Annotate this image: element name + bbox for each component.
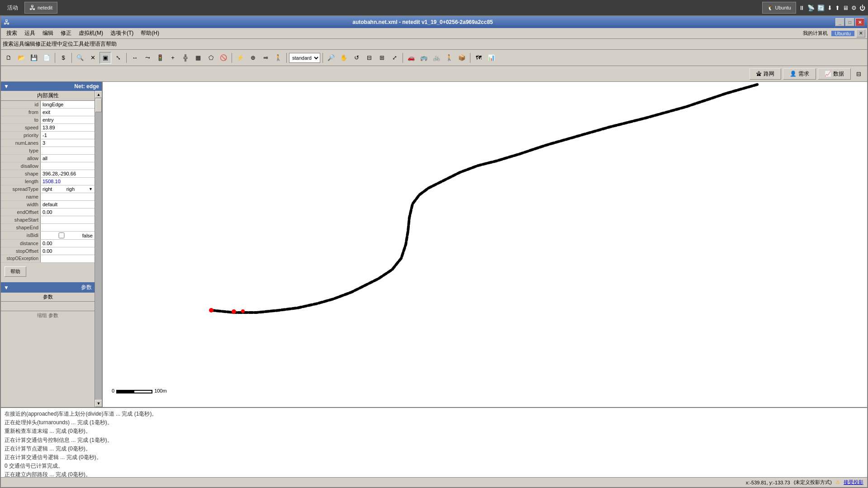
attr-value-isbidi[interactable]: false xyxy=(41,232,95,239)
inspect-button[interactable]: 🔍 xyxy=(74,52,86,64)
new-button[interactable]: 🗋 xyxy=(3,52,14,64)
attr-value-type[interactable] xyxy=(41,147,95,154)
move-button[interactable]: ⤡ xyxy=(112,52,124,64)
car-button[interactable]: 🚗 xyxy=(405,52,417,64)
menu-help[interactable]: 帮助(H) xyxy=(137,28,163,38)
prohibition-button[interactable]: 🚫 xyxy=(218,52,229,64)
attr-input-from[interactable] xyxy=(43,109,93,115)
attr-input-shapestart[interactable] xyxy=(43,217,93,223)
scroll-track[interactable] xyxy=(95,98,102,400)
walk-button[interactable]: 🚶 xyxy=(272,52,284,64)
attr-input-stopexception[interactable] xyxy=(43,256,93,261)
tray-icon-5[interactable]: ⬆ xyxy=(835,5,840,11)
tray-icon-7[interactable]: ⚙ xyxy=(851,5,857,11)
close-button[interactable]: ✕ xyxy=(855,18,864,26)
dollar-button[interactable]: $ xyxy=(57,52,69,64)
help-button[interactable]: 帮助 xyxy=(5,266,26,277)
attr-input-distance[interactable] xyxy=(43,241,93,246)
projection-status[interactable]: 接受投影 xyxy=(844,479,863,486)
attr-value-shapestart[interactable] xyxy=(41,216,95,223)
data-mode-button[interactable]: 📈 数据 xyxy=(818,68,851,80)
shrink-params-button[interactable]: 缩组 参数 xyxy=(1,311,95,320)
road-mode-button[interactable]: 🛣 路网 xyxy=(749,68,781,80)
save-as-button[interactable]: 📄 xyxy=(41,52,52,64)
delete-button[interactable]: ✕ xyxy=(87,52,99,64)
bus-button[interactable]: 🚌 xyxy=(418,52,430,64)
container-button[interactable]: 📦 xyxy=(456,52,468,64)
tray-icon-6[interactable]: 🖥 xyxy=(843,5,849,11)
maximize-button[interactable]: □ xyxy=(845,18,854,26)
menu-fix[interactable]: 修正 xyxy=(35,40,46,48)
attr-value-from[interactable] xyxy=(41,109,95,116)
menu-vm[interactable]: 虚拟机(M) xyxy=(75,28,107,38)
menu-locate[interactable]: 定位 xyxy=(62,40,73,48)
bike-button[interactable]: 🚲 xyxy=(431,52,442,64)
edge-button[interactable]: ↔ xyxy=(129,52,141,64)
demand-mode-button[interactable]: 👤 需求 xyxy=(783,68,816,80)
fit-button[interactable]: ⤢ xyxy=(389,52,400,64)
activities-button[interactable]: 活动 xyxy=(3,3,23,13)
ped-button[interactable]: 🚶 xyxy=(443,52,455,64)
attr-input-endoffset[interactable] xyxy=(43,209,93,215)
attr-input-stopoffset[interactable] xyxy=(43,248,93,254)
attr-input-to[interactable] xyxy=(43,117,93,123)
attr-input-speed[interactable] xyxy=(43,125,93,130)
ubuntu-task[interactable]: 🐧 Ubuntu xyxy=(762,2,796,14)
attr-input-priority[interactable] xyxy=(43,133,93,138)
attr-value-spreadtype[interactable]: right right center roadCenter ▼ xyxy=(41,185,95,193)
attr-value-disallow[interactable] xyxy=(41,162,95,170)
mode-selector[interactable]: standard xyxy=(289,53,320,63)
attr-value-id[interactable] xyxy=(41,101,95,108)
pan-button[interactable]: ✋ xyxy=(338,52,350,64)
isbidi-checkbox[interactable] xyxy=(43,232,81,238)
zoom-out-button[interactable]: ⊟ xyxy=(363,52,375,64)
taz-button[interactable]: ▦ xyxy=(192,52,204,64)
shape-button[interactable]: ⬠ xyxy=(205,52,217,64)
traffic-button[interactable]: 📊 xyxy=(485,52,497,64)
attr-value-length[interactable] xyxy=(41,178,95,185)
grid-button[interactable]: ⊞ xyxy=(376,52,388,64)
my-computer[interactable]: 我的计算机 xyxy=(799,30,831,37)
lane-button[interactable]: ⥤ xyxy=(260,52,271,64)
panel-collapse-arrow[interactable]: ▼ xyxy=(4,83,9,90)
attr-input-width[interactable] xyxy=(43,202,93,207)
menu-select[interactable]: 选项卡(T) xyxy=(107,28,137,38)
attr-value-endoffset[interactable] xyxy=(41,208,95,216)
menu-helpnet[interactable]: 帮助 xyxy=(106,40,117,48)
expand-button[interactable]: ⊟ xyxy=(853,68,864,80)
attr-input-shapeend[interactable] xyxy=(43,225,93,230)
select-button[interactable]: ▣ xyxy=(100,52,111,64)
attr-input-numlanes[interactable] xyxy=(43,140,93,146)
menu-search[interactable]: 搜索 xyxy=(3,40,14,48)
attr-input-allow[interactable] xyxy=(43,156,93,161)
zoom-in-button[interactable]: 🔎 xyxy=(325,52,337,64)
minimize-button[interactable]: _ xyxy=(835,18,844,26)
attr-value-stopexception[interactable] xyxy=(41,255,95,262)
tray-icon-3[interactable]: 🔄 xyxy=(817,5,825,11)
crossing-button[interactable]: ╬ xyxy=(180,52,191,64)
menu-tools[interactable]: 工具 xyxy=(73,40,84,48)
scroll-up-button[interactable]: ▲ xyxy=(95,91,102,98)
juction-button[interactable]: ⊕ xyxy=(247,52,259,64)
attr-value-width[interactable] xyxy=(41,201,95,208)
close-ubuntu-button[interactable]: ✕ xyxy=(856,29,865,38)
attr-input-id[interactable] xyxy=(43,102,93,107)
canvas-area[interactable]: 0 100m xyxy=(103,82,867,407)
spreadtype-select[interactable]: right center roadCenter xyxy=(66,186,75,192)
scroll-down-button[interactable]: ▼ xyxy=(95,400,102,407)
menu-edit2[interactable]: 编辑 xyxy=(24,40,35,48)
attr-value-speed[interactable] xyxy=(41,124,95,131)
tray-icon-2[interactable]: 📡 xyxy=(807,5,815,11)
attr-value-stopoffset[interactable] xyxy=(41,247,95,255)
wire-button[interactable]: ⚡ xyxy=(234,52,246,64)
params-collapse-arrow[interactable]: ▼ xyxy=(4,284,9,291)
attr-value-shape[interactable] xyxy=(41,170,95,177)
menu-process[interactable]: 修正 xyxy=(57,28,75,38)
menu-window[interactable]: 处理 xyxy=(84,40,95,48)
menu-edit[interactable]: 运具 xyxy=(21,28,39,38)
menu-file[interactable]: 搜索 xyxy=(3,28,21,38)
tllogic-button[interactable]: 🚦 xyxy=(154,52,166,64)
netedit-task[interactable]: 🖧 netedit xyxy=(24,2,57,14)
attr-value-distance[interactable] xyxy=(41,240,95,247)
attr-value-shapeend[interactable] xyxy=(41,224,95,231)
